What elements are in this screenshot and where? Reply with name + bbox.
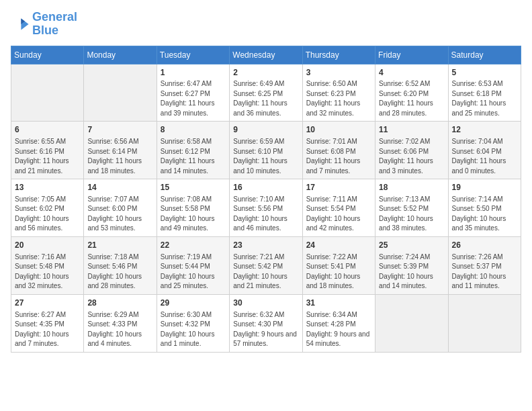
page-header: General Blue bbox=[11, 11, 521, 38]
calendar-day-cell: 13Sunrise: 7:05 AM Sunset: 6:02 PM Dayli… bbox=[11, 179, 84, 237]
calendar-day-cell: 7Sunrise: 6:56 AM Sunset: 6:14 PM Daylig… bbox=[84, 122, 157, 179]
calendar-day-cell: 14Sunrise: 7:07 AM Sunset: 6:00 PM Dayli… bbox=[84, 179, 157, 237]
day-info: Sunrise: 6:27 AM Sunset: 4:35 PM Dayligh… bbox=[15, 310, 80, 349]
logo: General Blue bbox=[11, 11, 77, 38]
calendar-day-cell: 1Sunrise: 6:47 AM Sunset: 6:27 PM Daylig… bbox=[157, 64, 229, 122]
day-number: 10 bbox=[306, 124, 371, 136]
day-info: Sunrise: 7:07 AM Sunset: 6:00 PM Dayligh… bbox=[87, 195, 152, 234]
day-of-week-header: Friday bbox=[375, 46, 448, 64]
day-info: Sunrise: 6:59 AM Sunset: 6:10 PM Dayligh… bbox=[233, 137, 298, 176]
day-info: Sunrise: 7:16 AM Sunset: 5:48 PM Dayligh… bbox=[15, 253, 80, 291]
day-number: 20 bbox=[15, 240, 80, 251]
calendar-day-cell: 23Sunrise: 7:21 AM Sunset: 5:42 PM Dayli… bbox=[230, 236, 302, 294]
day-info: Sunrise: 7:04 AM Sunset: 6:04 PM Dayligh… bbox=[452, 137, 517, 176]
calendar-day-cell: 16Sunrise: 7:10 AM Sunset: 5:56 PM Dayli… bbox=[230, 179, 302, 237]
day-number: 31 bbox=[306, 298, 371, 309]
calendar-day-cell: 24Sunrise: 7:22 AM Sunset: 5:41 PM Dayli… bbox=[302, 236, 375, 294]
day-info: Sunrise: 7:08 AM Sunset: 5:58 PM Dayligh… bbox=[161, 195, 226, 234]
calendar-day-cell: 12Sunrise: 7:04 AM Sunset: 6:04 PM Dayli… bbox=[448, 122, 521, 179]
day-of-week-header: Tuesday bbox=[157, 46, 229, 64]
day-number: 22 bbox=[161, 240, 226, 251]
calendar-week-row: 13Sunrise: 7:05 AM Sunset: 6:02 PM Dayli… bbox=[11, 179, 521, 237]
day-number: 19 bbox=[452, 182, 517, 193]
day-info: Sunrise: 7:14 AM Sunset: 5:50 PM Dayligh… bbox=[452, 195, 517, 234]
day-of-week-header: Monday bbox=[84, 46, 157, 64]
calendar-day-cell: 5Sunrise: 6:53 AM Sunset: 6:18 PM Daylig… bbox=[448, 64, 521, 122]
calendar-week-row: 27Sunrise: 6:27 AM Sunset: 4:35 PM Dayli… bbox=[11, 294, 521, 352]
day-of-week-header: Saturday bbox=[448, 46, 521, 64]
day-number: 16 bbox=[233, 182, 298, 193]
day-info: Sunrise: 6:50 AM Sunset: 6:23 PM Dayligh… bbox=[306, 79, 371, 118]
calendar-day-cell: 22Sunrise: 7:19 AM Sunset: 5:44 PM Dayli… bbox=[157, 236, 229, 294]
calendar-day-cell: 6Sunrise: 6:55 AM Sunset: 6:16 PM Daylig… bbox=[11, 122, 84, 179]
calendar-day-cell bbox=[448, 294, 521, 352]
day-number: 11 bbox=[379, 124, 444, 136]
day-number: 29 bbox=[161, 298, 226, 309]
day-info: Sunrise: 7:22 AM Sunset: 5:41 PM Dayligh… bbox=[306, 253, 371, 291]
day-number: 13 bbox=[15, 182, 80, 193]
day-info: Sunrise: 7:19 AM Sunset: 5:44 PM Dayligh… bbox=[161, 253, 226, 291]
day-info: Sunrise: 6:55 AM Sunset: 6:16 PM Dayligh… bbox=[15, 137, 80, 176]
day-info: Sunrise: 7:13 AM Sunset: 5:52 PM Dayligh… bbox=[379, 195, 444, 234]
day-info: Sunrise: 6:53 AM Sunset: 6:18 PM Dayligh… bbox=[452, 79, 517, 118]
day-info: Sunrise: 7:18 AM Sunset: 5:46 PM Dayligh… bbox=[87, 253, 152, 291]
day-info: Sunrise: 6:47 AM Sunset: 6:27 PM Dayligh… bbox=[161, 79, 226, 118]
day-number: 7 bbox=[87, 124, 152, 136]
day-number: 27 bbox=[15, 298, 80, 309]
calendar-day-cell: 29Sunrise: 6:30 AM Sunset: 4:32 PM Dayli… bbox=[157, 294, 229, 352]
calendar-day-cell: 30Sunrise: 6:32 AM Sunset: 4:30 PM Dayli… bbox=[230, 294, 302, 352]
calendar-day-cell: 27Sunrise: 6:27 AM Sunset: 4:35 PM Dayli… bbox=[11, 294, 84, 352]
day-info: Sunrise: 6:32 AM Sunset: 4:30 PM Dayligh… bbox=[233, 310, 298, 349]
day-number: 17 bbox=[306, 182, 371, 193]
day-info: Sunrise: 7:21 AM Sunset: 5:42 PM Dayligh… bbox=[233, 253, 298, 291]
calendar-header-row: SundayMondayTuesdayWednesdayThursdayFrid… bbox=[11, 46, 521, 64]
calendar-day-cell bbox=[375, 294, 448, 352]
calendar-day-cell: 21Sunrise: 7:18 AM Sunset: 5:46 PM Dayli… bbox=[84, 236, 157, 294]
calendar-day-cell: 28Sunrise: 6:29 AM Sunset: 4:33 PM Dayli… bbox=[84, 294, 157, 352]
day-number: 2 bbox=[233, 67, 298, 79]
day-number: 9 bbox=[233, 124, 298, 136]
day-info: Sunrise: 7:01 AM Sunset: 6:08 PM Dayligh… bbox=[306, 137, 371, 176]
day-info: Sunrise: 7:24 AM Sunset: 5:39 PM Dayligh… bbox=[379, 253, 444, 291]
day-info: Sunrise: 6:56 AM Sunset: 6:14 PM Dayligh… bbox=[87, 137, 152, 176]
day-info: Sunrise: 7:11 AM Sunset: 5:54 PM Dayligh… bbox=[306, 195, 371, 234]
day-number: 4 bbox=[379, 67, 444, 79]
day-number: 15 bbox=[161, 182, 226, 193]
calendar-week-row: 6Sunrise: 6:55 AM Sunset: 6:16 PM Daylig… bbox=[11, 122, 521, 179]
calendar-day-cell: 3Sunrise: 6:50 AM Sunset: 6:23 PM Daylig… bbox=[302, 64, 375, 122]
day-number: 26 bbox=[452, 240, 517, 251]
calendar-day-cell: 25Sunrise: 7:24 AM Sunset: 5:39 PM Dayli… bbox=[375, 236, 448, 294]
day-number: 8 bbox=[161, 124, 226, 136]
day-number: 6 bbox=[15, 124, 80, 136]
calendar-day-cell: 11Sunrise: 7:02 AM Sunset: 6:06 PM Dayli… bbox=[375, 122, 448, 179]
day-info: Sunrise: 6:34 AM Sunset: 4:28 PM Dayligh… bbox=[306, 310, 371, 349]
day-number: 14 bbox=[87, 182, 152, 193]
day-number: 23 bbox=[233, 240, 298, 251]
day-number: 28 bbox=[87, 298, 152, 309]
day-of-week-header: Sunday bbox=[11, 46, 84, 64]
day-number: 1 bbox=[161, 67, 226, 79]
logo-icon bbox=[11, 15, 30, 34]
calendar-day-cell: 15Sunrise: 7:08 AM Sunset: 5:58 PM Dayli… bbox=[157, 179, 229, 237]
day-info: Sunrise: 6:30 AM Sunset: 4:32 PM Dayligh… bbox=[161, 310, 226, 349]
calendar-week-row: 1Sunrise: 6:47 AM Sunset: 6:27 PM Daylig… bbox=[11, 64, 521, 122]
calendar-day-cell: 19Sunrise: 7:14 AM Sunset: 5:50 PM Dayli… bbox=[448, 179, 521, 237]
day-info: Sunrise: 6:52 AM Sunset: 6:20 PM Dayligh… bbox=[379, 79, 444, 118]
day-number: 18 bbox=[379, 182, 444, 193]
calendar-day-cell: 17Sunrise: 7:11 AM Sunset: 5:54 PM Dayli… bbox=[302, 179, 375, 237]
calendar-day-cell: 8Sunrise: 6:58 AM Sunset: 6:12 PM Daylig… bbox=[157, 122, 229, 179]
calendar-day-cell: 20Sunrise: 7:16 AM Sunset: 5:48 PM Dayli… bbox=[11, 236, 84, 294]
day-info: Sunrise: 7:05 AM Sunset: 6:02 PM Dayligh… bbox=[15, 195, 80, 234]
day-number: 24 bbox=[306, 240, 371, 251]
day-info: Sunrise: 7:10 AM Sunset: 5:56 PM Dayligh… bbox=[233, 195, 298, 234]
day-info: Sunrise: 6:29 AM Sunset: 4:33 PM Dayligh… bbox=[87, 310, 152, 349]
calendar-day-cell: 4Sunrise: 6:52 AM Sunset: 6:20 PM Daylig… bbox=[375, 64, 448, 122]
day-number: 3 bbox=[306, 67, 371, 79]
day-number: 30 bbox=[233, 298, 298, 309]
calendar-week-row: 20Sunrise: 7:16 AM Sunset: 5:48 PM Dayli… bbox=[11, 236, 521, 294]
calendar-day-cell: 2Sunrise: 6:49 AM Sunset: 6:25 PM Daylig… bbox=[230, 64, 302, 122]
calendar-day-cell bbox=[11, 64, 84, 122]
day-info: Sunrise: 7:26 AM Sunset: 5:37 PM Dayligh… bbox=[452, 253, 517, 291]
day-info: Sunrise: 6:49 AM Sunset: 6:25 PM Dayligh… bbox=[233, 79, 298, 118]
day-number: 21 bbox=[87, 240, 152, 251]
